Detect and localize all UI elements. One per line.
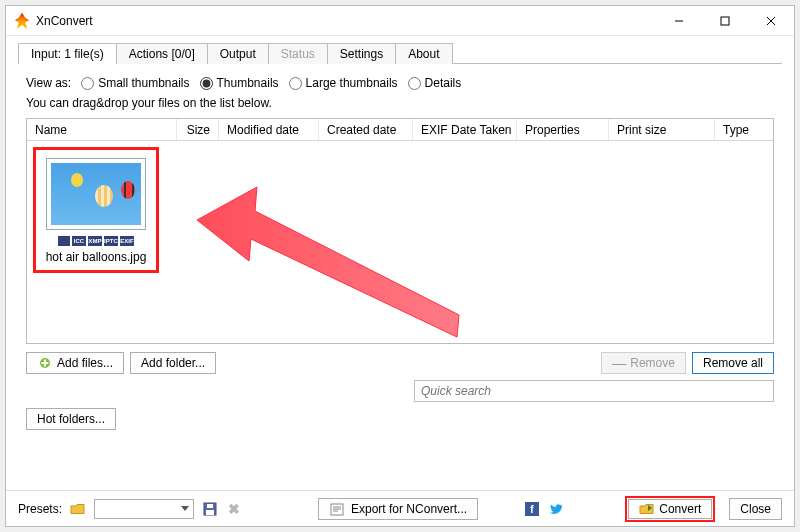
col-modified[interactable]: Modified date [219,119,319,140]
window-controls [656,6,794,35]
preset-dropdown[interactable] [94,499,194,519]
view-thumbnails-option[interactable]: Thumbnails [200,76,279,90]
add-files-label: Add files... [57,356,113,370]
view-details-radio[interactable] [408,77,421,90]
presets-label: Presets: [18,502,62,516]
view-details-label: Details [425,76,462,90]
close-label: Close [740,502,771,516]
remove-button[interactable]: — Remove [601,352,686,374]
hot-folders-label: Hot folders... [37,412,105,426]
view-small-option[interactable]: Small thumbnails [81,76,189,90]
add-files-button[interactable]: Add files... [26,352,124,374]
view-thumbnails-radio[interactable] [200,77,213,90]
export-nconvert-button[interactable]: Export for NConvert... [318,498,478,520]
remove-all-label: Remove all [703,356,763,370]
add-folder-label: Add folder... [141,356,205,370]
col-printsize[interactable]: Print size [609,119,715,140]
open-preset-icon[interactable] [70,501,86,517]
file-name: hot air balloons.jpg [42,250,150,264]
tag-exif: EXIF [120,236,134,246]
convert-highlight: Convert [625,496,715,522]
tag-icc: ICC [72,236,86,246]
dragdrop-hint: You can drag&drop your files on the list… [26,96,774,110]
column-header-row: Name Size Modified date Created date EXI… [27,119,773,141]
view-details-option[interactable]: Details [408,76,462,90]
minimize-button[interactable] [656,6,702,35]
annotation-arrow [187,175,477,343]
convert-icon [639,501,655,517]
titlebar: XnConvert [6,6,794,36]
maximize-button[interactable] [702,6,748,35]
svg-rect-7 [42,362,49,364]
export-icon [329,501,345,517]
tag-iptc: IPTC [104,236,118,246]
file-grid: Name Size Modified date Created date EXI… [26,118,774,344]
app-window: XnConvert Input: 1 file(s) Actions [0/0]… [5,5,795,527]
col-exif[interactable]: EXIF Date Taken [413,119,517,140]
svg-marker-8 [181,506,189,511]
thumbnail-frame [46,158,146,230]
view-large-label: Large thumbnails [306,76,398,90]
chevron-down-icon [181,506,189,512]
quick-search-input[interactable] [414,380,774,402]
add-folder-button[interactable]: Add folder... [130,352,216,374]
app-icon [14,13,30,29]
col-properties[interactable]: Properties [517,119,609,140]
tab-output[interactable]: Output [207,43,269,64]
window-title: XnConvert [36,14,93,28]
svg-marker-4 [197,187,459,337]
view-large-option[interactable]: Large thumbnails [289,76,398,90]
svg-rect-10 [206,510,214,515]
grid-buttons-row: Add files... Add folder... — Remove Remo… [26,344,774,380]
grid-body[interactable]: ICC XMP IPTC EXIF hot air balloons.jpg [27,141,773,343]
save-preset-icon[interactable] [202,501,218,517]
minus-icon: — [612,358,626,368]
bottom-bar: Presets: ✖ Export for NConvert... f [6,490,794,526]
view-thumbnails-label: Thumbnails [217,76,279,90]
view-as-label: View as: [26,76,71,90]
view-small-label: Small thumbnails [98,76,189,90]
view-as-row: View as: Small thumbnails Thumbnails Lar… [26,76,774,90]
svg-rect-1 [721,17,729,25]
tab-about[interactable]: About [395,43,452,64]
convert-button[interactable]: Convert [628,499,712,519]
thumbnail-image [51,163,141,225]
export-label: Export for NConvert... [351,502,467,516]
remove-all-button[interactable]: Remove all [692,352,774,374]
delete-preset-icon[interactable]: ✖ [226,501,242,517]
tab-settings[interactable]: Settings [327,43,396,64]
svg-text:f: f [530,503,534,515]
col-name[interactable]: Name [27,119,177,140]
close-button-bottom[interactable]: Close [729,498,782,520]
convert-label: Convert [659,502,701,516]
facebook-icon[interactable]: f [524,501,540,517]
col-size[interactable]: Size [177,119,219,140]
col-created[interactable]: Created date [319,119,413,140]
hot-folders-button[interactable]: Hot folders... [26,408,116,430]
tab-actions[interactable]: Actions [0/0] [116,43,208,64]
tab-bar: Input: 1 file(s) Actions [0/0] Output St… [18,42,782,64]
remove-label: Remove [630,356,675,370]
col-type[interactable]: Type [715,119,773,140]
tag-xmp: XMP [88,236,102,246]
view-small-radio[interactable] [81,77,94,90]
tab-status[interactable]: Status [268,43,328,64]
tag-dims-icon [58,236,70,246]
plus-icon [37,355,53,371]
file-item[interactable]: ICC XMP IPTC EXIF hot air balloons.jpg [33,147,159,273]
close-button[interactable] [748,6,794,35]
svg-rect-11 [207,504,213,508]
view-large-radio[interactable] [289,77,302,90]
metadata-tags: ICC XMP IPTC EXIF [58,236,134,246]
tab-input[interactable]: Input: 1 file(s) [18,43,117,64]
twitter-icon[interactable] [548,501,564,517]
